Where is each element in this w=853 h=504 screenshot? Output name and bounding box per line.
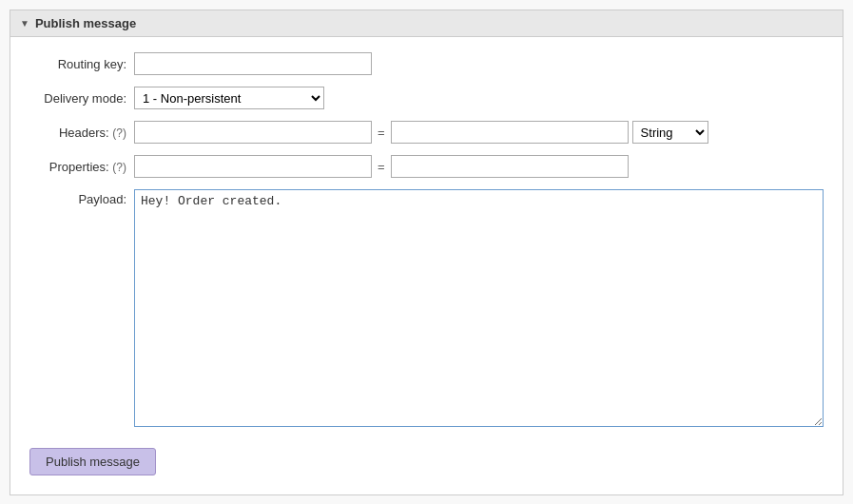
properties-fields: = bbox=[134, 155, 629, 178]
headers-key-input[interactable] bbox=[134, 121, 372, 144]
properties-value-input[interactable] bbox=[391, 155, 629, 178]
routing-key-input[interactable] bbox=[134, 52, 372, 75]
panel-body: Routing key: Delivery mode: 1 - Non-pers… bbox=[10, 37, 843, 494]
delivery-mode-select[interactable]: 1 - Non-persistent 2 - Persistent bbox=[134, 87, 324, 109]
headers-eq-sign: = bbox=[376, 126, 387, 140]
publish-message-panel: ▼ Publish message Routing key: Delivery … bbox=[10, 10, 843, 495]
payload-row: Payload: Hey! Order created. bbox=[29, 189, 824, 427]
publish-message-button[interactable]: Publish message bbox=[29, 448, 156, 475]
properties-row: Properties: (?) = bbox=[29, 155, 824, 178]
headers-value-input[interactable] bbox=[391, 121, 629, 144]
panel-title: Publish message bbox=[35, 16, 136, 30]
properties-eq-sign: = bbox=[376, 160, 387, 174]
headers-label: Headers: (?) bbox=[29, 126, 134, 140]
payload-label: Payload: bbox=[29, 189, 134, 206]
properties-label: Properties: (?) bbox=[29, 160, 134, 174]
headers-fields: = String Number Boolean bbox=[134, 121, 708, 144]
delivery-mode-row: Delivery mode: 1 - Non-persistent 2 - Pe… bbox=[29, 87, 824, 109]
panel-header: ▼ Publish message bbox=[10, 10, 843, 37]
button-row: Publish message bbox=[29, 438, 824, 475]
routing-key-label: Routing key: bbox=[29, 57, 134, 71]
chevron-icon: ▼ bbox=[20, 18, 29, 29]
headers-row: Headers: (?) = String Number Boolean bbox=[29, 121, 824, 144]
headers-type-select[interactable]: String Number Boolean bbox=[632, 121, 708, 144]
payload-textarea[interactable]: Hey! Order created. bbox=[134, 189, 824, 427]
routing-key-row: Routing key: bbox=[29, 52, 824, 75]
properties-key-input[interactable] bbox=[134, 155, 372, 178]
delivery-mode-label: Delivery mode: bbox=[29, 91, 134, 106]
